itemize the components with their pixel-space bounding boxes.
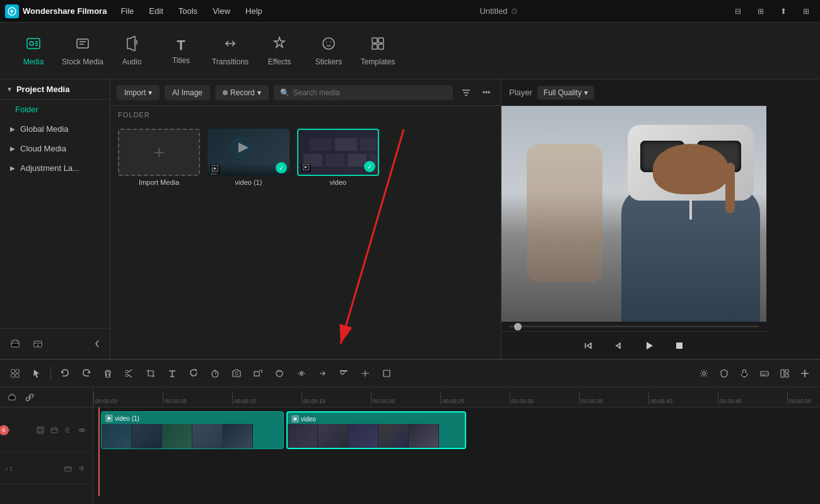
transform-button[interactable] (249, 365, 267, 382)
more1-button[interactable] (313, 365, 331, 382)
cut-button[interactable] (120, 365, 138, 382)
audio-mix-button[interactable] (292, 365, 310, 382)
speed-button[interactable] (206, 365, 224, 382)
more4-button[interactable] (378, 365, 395, 382)
player-controls (501, 331, 766, 359)
ai-image-label: AI Image (172, 88, 202, 97)
undo-button[interactable] (56, 365, 74, 382)
upload-button[interactable]: ⬆ (775, 3, 792, 20)
media-item-import[interactable]: + Import Media (118, 129, 200, 186)
more2-button[interactable] (335, 365, 353, 382)
captions-button[interactable] (756, 365, 773, 382)
svg-rect-40 (781, 370, 784, 377)
import-media-thumb[interactable]: + (118, 129, 200, 176)
svg-rect-25 (16, 370, 19, 373)
mic-button[interactable] (735, 365, 753, 382)
tool-transitions[interactable]: Transitions (207, 29, 254, 73)
video1-thumb[interactable]: ⬛ ✓ (208, 129, 290, 176)
menu-view[interactable]: View (206, 4, 237, 18)
search-input[interactable] (293, 88, 447, 97)
playhead-line (98, 407, 100, 496)
settings-button[interactable] (695, 365, 713, 382)
titles-icon: T (177, 37, 185, 54)
more-options-button[interactable]: ••• (478, 85, 495, 101)
sidebar-arrow-icon: ▼ (6, 86, 13, 93)
grid-button[interactable]: ⊞ (797, 3, 815, 20)
progress-dot[interactable] (514, 323, 522, 331)
clip2-frame-5 (409, 424, 439, 449)
filter-button[interactable] (458, 85, 474, 101)
add-track-button[interactable] (796, 365, 814, 382)
timeline-left: 6 ▶ (0, 387, 93, 504)
video-audio-icon[interactable] (62, 425, 74, 436)
ai-image-button[interactable]: AI Image (165, 85, 210, 100)
frame-back-button[interactable] (609, 336, 629, 356)
stop-button[interactable] (669, 336, 689, 356)
search-box[interactable]: 🔍 (274, 85, 453, 100)
tool-stickers[interactable]: Stickers (305, 29, 352, 73)
sidebar-item-folder[interactable]: Folder (0, 100, 110, 119)
svg-rect-47 (65, 467, 71, 471)
screenshot-button[interactable] (228, 365, 245, 382)
media-panel: Import ▾ AI Image Record ▾ 🔍 ••• (110, 79, 501, 359)
menu-edit[interactable]: Edit (143, 4, 169, 18)
sidebar-folder-label: Folder (15, 105, 38, 114)
record-button[interactable]: Record ▾ (215, 85, 269, 100)
audio-volume-icon[interactable] (76, 463, 88, 474)
import-button[interactable]: Import ▾ (117, 85, 160, 100)
play-button[interactable] (639, 336, 659, 356)
tool-templates[interactable]: Templates (354, 29, 401, 73)
sidebar-item-cloud[interactable]: ▶ Cloud Media (0, 139, 110, 158)
tool-stock[interactable]: Stock Media (59, 29, 106, 73)
menu-file[interactable]: File (114, 4, 140, 18)
color-button[interactable] (271, 365, 288, 382)
tool-media[interactable]: Media (10, 29, 57, 73)
more3-button[interactable] (356, 365, 374, 382)
tl-add-track-icon[interactable] (5, 390, 19, 404)
tool-audio-label: Audio (122, 57, 142, 66)
player-quality-selector[interactable]: Full Quality ▾ (537, 86, 594, 100)
player-progress[interactable] (501, 322, 766, 331)
menu-tools[interactable]: Tools (172, 4, 204, 18)
toolbar-separator-1 (50, 367, 51, 380)
maximize-button[interactable]: ⊞ (752, 3, 770, 20)
media-item-video2[interactable]: ✓ video (297, 129, 379, 186)
clip-video2[interactable]: ▶ video (286, 411, 466, 449)
sidebar-item-adjustment[interactable]: ▶ Adjustment La... (0, 158, 110, 178)
tl-link-icon[interactable] (23, 390, 37, 404)
text-button[interactable] (163, 365, 181, 382)
tool-audio[interactable]: Audio (108, 29, 155, 73)
child-hair (653, 144, 729, 194)
media-item-video1[interactable]: ⬛ ✓ video (1) (208, 129, 290, 186)
sidebar-collapse-button[interactable] (91, 335, 103, 353)
audio-folder-icon[interactable] (62, 463, 74, 474)
tool-effects-label: Effects (268, 57, 291, 66)
record-dot-icon (223, 90, 228, 95)
video-eye-icon[interactable] (76, 425, 88, 436)
timeline-right[interactable]: 00:00:00 00:00:05 00:00:10 00:00:15 00:0… (93, 387, 820, 504)
shield-button[interactable] (715, 365, 733, 382)
redo-button[interactable] (78, 365, 95, 382)
tool-titles[interactable]: T Titles (158, 29, 204, 73)
rotate-button[interactable] (185, 365, 202, 382)
crop-button[interactable] (142, 365, 160, 382)
video2-thumb[interactable]: ✓ (297, 129, 379, 176)
step-back-button[interactable] (578, 336, 599, 356)
video-folder-icon[interactable] (49, 425, 60, 436)
sidebar-items: Folder ▶ Global Media ▶ Cloud Media ▶ Ad… (0, 100, 110, 328)
sidebar-item-global[interactable]: ▶ Global Media (0, 119, 110, 139)
add-folder-button[interactable] (6, 335, 24, 353)
layout-button[interactable] (776, 365, 794, 382)
progress-bar[interactable] (509, 325, 759, 327)
clip-video1[interactable]: ▶ video (1) (101, 411, 284, 449)
delete-button[interactable] (99, 365, 117, 382)
ruler-7: 00:00:35 (579, 392, 648, 404)
add-item-button[interactable] (29, 335, 47, 353)
tool-effects[interactable]: Effects (256, 29, 303, 73)
vr-strap (689, 197, 692, 220)
timeline-add-button[interactable] (6, 365, 24, 382)
minimize-button[interactable]: ⊟ (729, 3, 747, 20)
timeline-cursor-button[interactable] (28, 365, 45, 382)
menu-help[interactable]: Help (239, 4, 269, 18)
video-frame-icon[interactable] (35, 425, 46, 436)
